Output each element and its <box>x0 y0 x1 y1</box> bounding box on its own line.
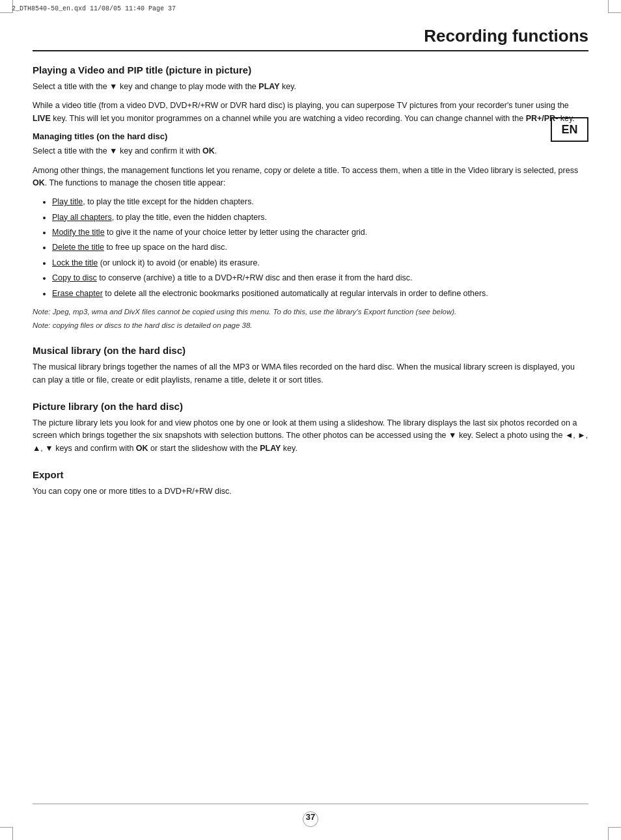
bold-ok-picture: OK <box>136 444 148 453</box>
bullet-copy-to-disc: Copy to disc to conserve (archive) a tit… <box>52 272 588 284</box>
bullet-erase-chapter: Erase chapter to delete all the electron… <box>52 288 588 300</box>
bullet-lock-title: Lock the title (or unlock it) to avoid (… <box>52 257 588 269</box>
section-export: Export You can copy one or more titles t… <box>33 469 588 498</box>
corner-mark-br <box>608 827 621 840</box>
section-picture-heading: Picture library (on the hard disc) <box>33 401 588 412</box>
file-header: 2_DTH8540-50_en.qxd 11/08/05 11:40 Page … <box>12 5 176 12</box>
corner-mark-bl <box>0 827 13 840</box>
section-picture-para: The picture library lets you look for an… <box>33 417 588 455</box>
bold-ok-1: OK <box>202 146 215 156</box>
section-export-para: You can copy one or more titles to a DVD… <box>33 485 588 498</box>
section-musical-heading: Musical library (on the hard disc) <box>33 345 588 356</box>
subsection-managing-para2: Among other things, the management funct… <box>33 165 588 190</box>
bullet-modify-title-label: Modify the title <box>52 228 105 237</box>
section-picture: Picture library (on the hard disc) The p… <box>33 401 588 455</box>
reg-circle-bottom <box>303 811 318 827</box>
bold-ok-2: OK <box>33 178 45 187</box>
section-pip-heading: Playing a Video and PIP title (picture i… <box>33 64 588 75</box>
section-export-heading: Export <box>33 469 588 480</box>
bullet-copy-to-disc-label: Copy to disc <box>52 273 97 282</box>
section-pip-para2: While a video title (from a video DVD, D… <box>33 100 588 125</box>
bottom-line <box>33 804 588 804</box>
bullet-lock-title-label: Lock the title <box>52 258 98 267</box>
main-content: Recording functions Playing a Video and … <box>33 26 588 801</box>
page-container: 2_DTH8540-50_en.qxd 11/08/05 11:40 Page … <box>0 0 621 840</box>
note-1: Note: Jpeg, mp3, wma and DivX files cann… <box>33 306 588 318</box>
bullet-list: Play title, to play the title except for… <box>52 196 588 300</box>
bullet-play-all-chapters-label: Play all chapters <box>52 213 112 222</box>
bullet-play-all-chapters: Play all chapters, to play the title, ev… <box>52 211 588 224</box>
bold-pr: PR+/PR- <box>526 114 559 123</box>
bullet-delete-title-label: Delete the title <box>52 243 104 252</box>
bold-play: PLAY <box>258 82 279 91</box>
section-pip-para1: Select a title with the ▼ key and change… <box>33 81 588 93</box>
bold-play-picture: PLAY <box>260 444 281 453</box>
section-musical-para: The musical library brings together the … <box>33 361 588 386</box>
bold-live: LIVE <box>33 114 51 123</box>
subsection-managing-heading: Managing titles (on the hard disc) <box>33 131 588 141</box>
corner-mark-tl <box>0 0 13 13</box>
note-2: Note: copying files or discs to the hard… <box>33 320 588 331</box>
subsection-managing-para1: Select a title with the ▼ key and confir… <box>33 145 588 157</box>
subsection-managing: Managing titles (on the hard disc) Selec… <box>33 131 588 331</box>
bullet-play-title: Play title, to play the title except for… <box>52 196 588 208</box>
section-pip: Playing a Video and PIP title (picture i… <box>33 64 588 331</box>
bullet-erase-chapter-label: Erase chapter <box>52 289 103 298</box>
bullet-modify-title: Modify the title to give it the name of … <box>52 226 588 239</box>
corner-mark-tr <box>608 0 621 13</box>
bullet-play-title-label: Play title <box>52 197 83 206</box>
bullet-delete-title: Delete the title to free up space on the… <box>52 241 588 254</box>
section-musical: Musical library (on the hard disc) The m… <box>33 345 588 386</box>
page-title: Recording functions <box>33 26 588 51</box>
